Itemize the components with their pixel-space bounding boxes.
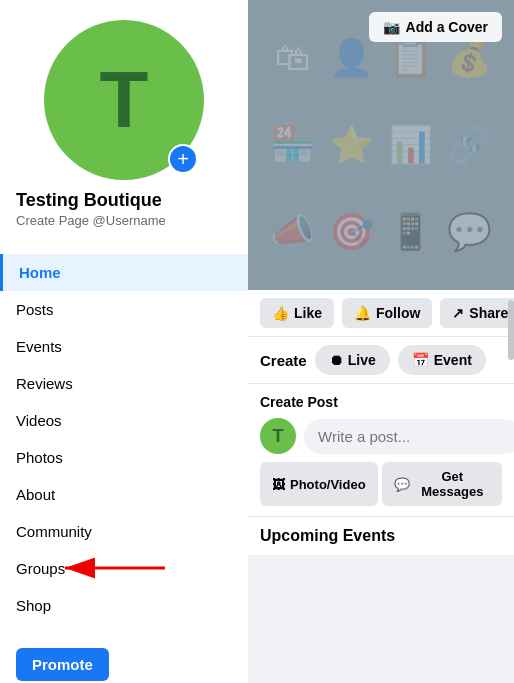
page-username[interactable]: Create Page @Username <box>16 213 166 228</box>
avatar-letter: T <box>100 54 149 146</box>
sidebar-item-groups[interactable]: Groups <box>0 550 248 587</box>
post-actions-row: 🖼 Photo/Video 💬 Get Messages <box>260 462 502 506</box>
post-input[interactable] <box>304 419 514 454</box>
main-content: 🛍 👤 📋 💰 🏪 ⭐ 📊 🔗 📣 🎯 📱 💬 📷 Add a Cover 👍 … <box>248 0 514 683</box>
post-input-row: T <box>260 418 502 454</box>
post-avatar: T <box>260 418 296 454</box>
sidebar-item-videos[interactable]: Videos <box>0 402 248 439</box>
sidebar-item-shop[interactable]: Shop <box>0 587 248 624</box>
photo-video-button[interactable]: 🖼 Photo/Video <box>260 462 378 506</box>
sidebar: T + Testing Boutique Create Page @Userna… <box>0 0 248 683</box>
add-cover-label: Add a Cover <box>406 19 488 35</box>
profile-section: T + Testing Boutique Create Page @Userna… <box>0 0 248 238</box>
add-cover-button[interactable]: 📷 Add a Cover <box>369 12 502 42</box>
event-tab-button[interactable]: 📅 Event <box>398 345 486 375</box>
plus-icon: + <box>177 149 189 169</box>
event-icon: 📅 <box>412 352 429 368</box>
like-button[interactable]: 👍 Like <box>260 298 334 328</box>
sidebar-footer: Promote Visit Ad Center <box>0 640 248 683</box>
follow-label: Follow <box>376 305 420 321</box>
cover-pattern: 🛍 👤 📋 💰 🏪 ⭐ 📊 🔗 📣 🎯 📱 💬 <box>248 0 514 290</box>
sidebar-item-home[interactable]: Home <box>0 254 248 291</box>
cover-icon-6: ⭐ <box>327 107 376 184</box>
nav-list: Home Posts Events Reviews Videos Photos … <box>0 254 248 624</box>
cover-icon-8: 🔗 <box>445 107 494 184</box>
messenger-icon: 💬 <box>394 477 410 492</box>
share-button[interactable]: ↗ Share <box>440 298 514 328</box>
scrollbar[interactable] <box>508 300 514 360</box>
sidebar-item-posts[interactable]: Posts <box>0 291 248 328</box>
photo-video-label: Photo/Video <box>290 477 366 492</box>
event-label: Event <box>434 352 472 368</box>
share-label: Share <box>469 305 508 321</box>
like-label: Like <box>294 305 322 321</box>
cover-icon-10: 🎯 <box>327 193 376 270</box>
sidebar-item-events[interactable]: Events <box>0 328 248 365</box>
live-label: Live <box>348 352 376 368</box>
cover-icon-7: 📊 <box>386 107 435 184</box>
cover-icon-5: 🏪 <box>268 107 317 184</box>
page-name: Testing Boutique <box>16 190 162 211</box>
add-avatar-button[interactable]: + <box>168 144 198 174</box>
sidebar-item-about[interactable]: About <box>0 476 248 513</box>
cover-icon-12: 💬 <box>445 193 494 270</box>
sidebar-item-photos[interactable]: Photos <box>0 439 248 476</box>
upcoming-events-title: Upcoming Events <box>260 527 502 545</box>
create-post-section: Create Post T 🖼 Photo/Video 💬 Get Messag… <box>248 384 514 517</box>
avatar-wrapper: T + <box>44 20 204 180</box>
create-post-label: Create Post <box>260 394 502 410</box>
upcoming-events-section: Upcoming Events <box>248 517 514 555</box>
create-tabs: Create ⏺ Live 📅 Event <box>248 337 514 384</box>
follow-button[interactable]: 🔔 Follow <box>342 298 432 328</box>
cover-icon-1: 🛍 <box>268 20 317 97</box>
live-icon: ⏺ <box>329 352 343 368</box>
create-label: Create <box>260 352 307 369</box>
cover-photo-area: 🛍 👤 📋 💰 🏪 ⭐ 📊 🔗 📣 🎯 📱 💬 📷 Add a Cover <box>248 0 514 290</box>
get-messages-label: Get Messages <box>415 469 490 499</box>
sidebar-item-reviews[interactable]: Reviews <box>0 365 248 402</box>
share-icon: ↗ <box>452 305 464 321</box>
camera-icon: 📷 <box>383 19 400 35</box>
live-tab-button[interactable]: ⏺ Live <box>315 345 390 375</box>
cover-icon-9: 📣 <box>268 193 317 270</box>
photo-icon: 🖼 <box>272 477 285 492</box>
like-icon: 👍 <box>272 305 289 321</box>
get-messages-button[interactable]: 💬 Get Messages <box>382 462 502 506</box>
action-bar: 👍 Like 🔔 Follow ↗ Share ··· <box>248 290 514 337</box>
sidebar-item-community[interactable]: Community <box>0 513 248 550</box>
cover-icon-11: 📱 <box>386 193 435 270</box>
promote-button[interactable]: Promote <box>16 648 109 681</box>
follow-icon: 🔔 <box>354 305 371 321</box>
